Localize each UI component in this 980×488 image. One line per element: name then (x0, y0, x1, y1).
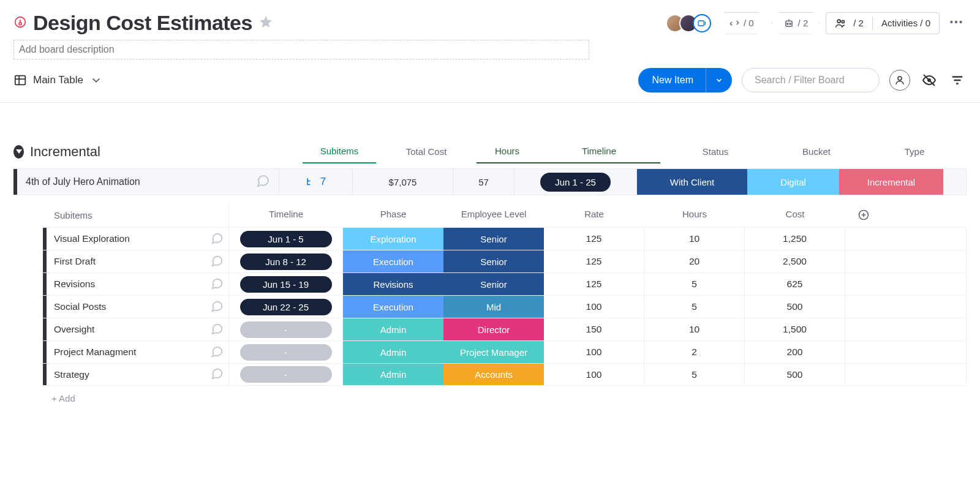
add-subitem-button[interactable]: + Add (51, 386, 967, 411)
subitem-phase[interactable]: Admin (343, 364, 443, 385)
subitem-cost[interactable]: 500 (745, 296, 845, 318)
hide-icon[interactable] (920, 71, 938, 89)
subitem-name[interactable]: Revisions (51, 273, 229, 295)
subitem-row[interactable]: Oversight-AdminDirector150101,500 (43, 318, 967, 340)
comment-icon[interactable] (255, 173, 270, 190)
subitem-name[interactable]: First Draft (51, 250, 229, 272)
subitem-hours[interactable]: 2 (644, 341, 745, 363)
activities-label[interactable]: Activities / 0 (881, 18, 930, 28)
comment-icon[interactable] (210, 277, 224, 292)
subcol-timeline[interactable]: Timeline (229, 203, 343, 227)
item-bucket[interactable]: Digital (747, 169, 839, 195)
subitem-employee-level[interactable]: Senior (443, 250, 544, 272)
group-collapse-toggle[interactable] (13, 145, 24, 159)
subitem-row[interactable]: Social PostsJun 22 - 25ExecutionMid10055… (43, 295, 967, 318)
subitem-rate[interactable]: 150 (544, 318, 644, 340)
subitem-row[interactable]: RevisionsJun 15 - 19RevisionsSenior12556… (43, 272, 967, 295)
subcol-phase[interactable]: Phase (343, 203, 443, 227)
subitem-rate[interactable]: 125 (544, 228, 644, 250)
star-icon[interactable] (258, 15, 273, 31)
col-type[interactable]: Type (862, 140, 967, 163)
subitem-row[interactable]: Project Managment-AdminProject Manager10… (43, 340, 967, 363)
subitem-phase[interactable]: Admin (343, 318, 443, 340)
integrations-button[interactable]: / 0 (717, 12, 766, 34)
subitem-timeline[interactable]: Jun 8 - 12 (229, 250, 343, 272)
comment-icon[interactable] (210, 322, 224, 337)
subitem-phase[interactable]: Revisions (343, 273, 443, 295)
subitem-phase[interactable]: Exploration (343, 228, 443, 250)
subitem-employee-level[interactable]: Senior (443, 228, 544, 250)
new-item-button[interactable]: New Item (638, 68, 732, 92)
comment-icon[interactable] (210, 254, 224, 269)
add-member-icon[interactable] (693, 14, 711, 32)
members-activities-box[interactable]: / 2 Activities / 0 (826, 12, 940, 34)
board-description-input[interactable] (13, 40, 589, 59)
subitem-cost[interactable]: 2,500 (745, 250, 845, 272)
subitem-timeline[interactable]: - (229, 364, 343, 385)
col-timeline[interactable]: Timeline (538, 140, 660, 163)
subitem-employee-level[interactable]: Project Manager (443, 341, 544, 363)
col-status[interactable]: Status (660, 140, 771, 163)
search-input[interactable]: Search / Filter Board (742, 68, 880, 92)
subitem-hours[interactable]: 10 (644, 318, 745, 340)
col-subitems[interactable]: Subitems (303, 140, 376, 163)
subitem-timeline[interactable]: - (229, 341, 343, 363)
subcol-cost[interactable]: Cost (745, 203, 845, 227)
subcol-emp[interactable]: Employee Level (443, 203, 544, 227)
col-bucket[interactable]: Bucket (771, 140, 862, 163)
comment-icon[interactable] (210, 299, 224, 315)
subitem-cost[interactable]: 1,250 (745, 228, 845, 250)
subitem-rate[interactable]: 125 (544, 250, 644, 272)
item-status[interactable]: With Client (637, 169, 747, 195)
subitem-phase[interactable]: Execution (343, 250, 443, 272)
subitem-hours[interactable]: 5 (644, 296, 745, 318)
subitem-rate[interactable]: 100 (544, 296, 644, 318)
subitem-rate[interactable]: 125 (544, 273, 644, 295)
more-icon[interactable] (946, 12, 967, 34)
subitem-timeline[interactable]: Jun 15 - 19 (229, 273, 343, 295)
item-row[interactable]: 4th of July Hero Animation 7 $7,075 57 J… (13, 168, 967, 195)
view-selector[interactable]: Main Table (13, 73, 103, 87)
subitem-cost[interactable]: 625 (745, 273, 845, 295)
item-hours[interactable]: 57 (453, 169, 514, 195)
subitem-employee-level[interactable]: Mid (443, 296, 544, 318)
subitem-employee-level[interactable]: Director (443, 318, 544, 340)
subcol-subitems[interactable]: Subitems (43, 203, 229, 227)
subcol-hours[interactable]: Hours (644, 203, 745, 227)
automations-button[interactable]: / 2 (772, 12, 820, 34)
comment-icon[interactable] (210, 345, 224, 360)
comment-icon[interactable] (210, 231, 224, 247)
subitem-cost[interactable]: 1,500 (745, 318, 845, 340)
subitem-name[interactable]: Oversight (51, 318, 229, 340)
subitem-cost[interactable]: 500 (745, 364, 845, 385)
item-total-cost[interactable]: $7,075 (353, 169, 453, 195)
subitem-hours[interactable]: 5 (644, 364, 745, 385)
subitem-timeline[interactable]: Jun 1 - 5 (229, 228, 343, 250)
subitem-hours[interactable]: 10 (644, 228, 745, 250)
person-filter-icon[interactable] (889, 70, 910, 91)
item-type[interactable]: Incremental (839, 169, 943, 195)
add-column-button[interactable] (845, 203, 882, 227)
subitem-row[interactable]: Strategy-AdminAccounts1005500 (43, 363, 967, 386)
board-title[interactable]: Design Cost Estimates (33, 11, 252, 35)
comment-icon[interactable] (210, 367, 224, 382)
subitem-hours[interactable]: 5 (644, 273, 745, 295)
subcol-rate[interactable]: Rate (544, 203, 644, 227)
subitem-rate[interactable]: 100 (544, 341, 644, 363)
item-subitems[interactable]: 7 (279, 169, 353, 195)
subitem-rate[interactable]: 100 (544, 364, 644, 385)
subitem-name[interactable]: Social Posts (51, 296, 229, 318)
subitem-name[interactable]: Strategy (51, 364, 229, 385)
subitem-row[interactable]: Visual ExplorationJun 1 - 5ExplorationSe… (43, 227, 967, 250)
subitem-hours[interactable]: 20 (644, 250, 745, 272)
subitem-cost[interactable]: 200 (745, 341, 845, 363)
group-title[interactable]: Incremental (30, 144, 303, 160)
subitem-timeline[interactable]: - (229, 318, 343, 340)
col-hours[interactable]: Hours (477, 140, 538, 163)
col-total-cost[interactable]: Total Cost (376, 140, 477, 163)
item-name[interactable]: 4th of July Hero Animation (26, 176, 140, 187)
subitem-name[interactable]: Visual Exploration (51, 228, 229, 250)
subitem-phase[interactable]: Execution (343, 296, 443, 318)
subitem-employee-level[interactable]: Senior (443, 273, 544, 295)
subitem-timeline[interactable]: Jun 22 - 25 (229, 296, 343, 318)
